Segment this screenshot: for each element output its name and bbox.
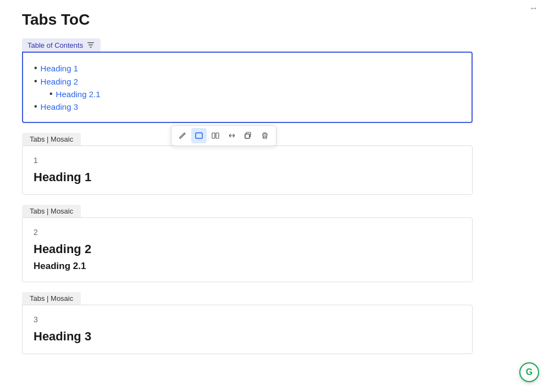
toc-label-bar: Table of Contents <box>22 38 101 52</box>
toc-link-heading2[interactable]: Heading 2 <box>41 77 78 86</box>
page-title: Tabs ToC <box>22 11 473 29</box>
svg-rect-4 <box>212 133 215 138</box>
toc-item-heading2[interactable]: Heading 2 <box>34 75 461 88</box>
toc-section: Table of Contents Heading 1 Heading 2 <box>22 38 473 123</box>
toc-sublist: Heading 2.1 <box>34 88 461 100</box>
toolbar-expand-button[interactable] <box>224 128 240 143</box>
toc-link-heading1[interactable]: Heading 1 <box>41 64 78 73</box>
block-2-wrapper: Tabs | Mosaic 2 Heading 2 Heading 2.1 <box>22 200 473 282</box>
grammarly-logo: G <box>526 367 533 377</box>
tabs-label-2: Tabs | Mosaic <box>22 205 81 217</box>
content-block-3: 3 Heading 3 <box>22 305 473 354</box>
block-1-number: 1 <box>34 156 461 165</box>
block-3-number: 3 <box>34 315 461 324</box>
svg-rect-7 <box>245 134 249 138</box>
toc-item-heading1[interactable]: Heading 1 <box>34 61 461 75</box>
block-2-heading: Heading 2 <box>34 242 461 256</box>
content-block-1: 1 Heading 1 <box>22 145 473 195</box>
toolbar-layout-double-button[interactable] <box>208 128 223 143</box>
toolbar-delete-button[interactable] <box>257 128 273 143</box>
toc-link-heading2_1[interactable]: Heading 2.1 <box>56 89 101 99</box>
block-2-subheading: Heading 2.1 <box>34 261 461 272</box>
svg-rect-2 <box>90 47 92 48</box>
toc-link-heading3[interactable]: Heading 3 <box>41 102 78 111</box>
toolbar-duplicate-button[interactable] <box>241 128 256 143</box>
block-3-heading: Heading 3 <box>34 329 461 344</box>
toc-list: Heading 1 Heading 2 Heading 2.1 Heading … <box>34 61 461 113</box>
toc-label-text: Table of Contents <box>27 41 83 49</box>
block-3-wrapper: Tabs | Mosaic 3 Heading 3 <box>22 288 473 354</box>
block-1-wrapper: Tabs | Mosaic <box>22 128 473 195</box>
tabs-label-3: Tabs | Mosaic <box>22 292 81 305</box>
toolbar-edit-button[interactable] <box>175 128 190 143</box>
block-2-number: 2 <box>34 228 461 237</box>
block-1-heading: Heading 1 <box>34 170 461 184</box>
toc-item-heading3[interactable]: Heading 3 <box>34 100 461 113</box>
toc-settings-icon[interactable] <box>86 41 95 49</box>
svg-rect-0 <box>87 42 94 43</box>
toc-box: Heading 1 Heading 2 Heading 2.1 Heading … <box>22 52 473 123</box>
toc-item-heading2_1[interactable]: Heading 2.1 <box>49 88 461 100</box>
content-block-2: 2 Heading 2 Heading 2.1 <box>22 217 473 282</box>
resize-handle[interactable]: ↔ <box>529 3 538 13</box>
svg-rect-5 <box>216 133 219 138</box>
grammarly-icon[interactable]: G <box>519 362 539 382</box>
svg-rect-1 <box>88 44 93 46</box>
svg-rect-3 <box>196 133 202 138</box>
toolbar-layout-single-button[interactable] <box>191 128 207 143</box>
block-toolbar <box>171 125 276 146</box>
tabs-label-1: Tabs | Mosaic <box>22 133 81 145</box>
